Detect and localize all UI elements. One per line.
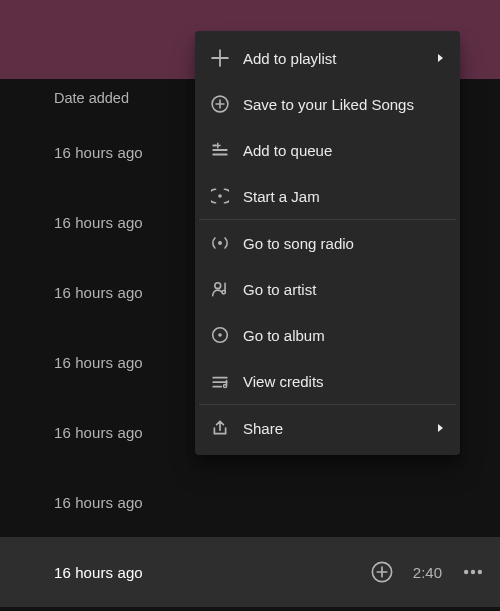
track-date-added: 16 hours ago: [54, 284, 143, 301]
artist-icon: [211, 280, 229, 298]
svg-point-6: [218, 241, 222, 245]
track-date-added: 16 hours ago: [54, 564, 143, 581]
menu-item[interactable]: Save to your Liked Songs: [199, 81, 456, 127]
menu-item[interactable]: View credits: [199, 358, 456, 404]
menu-item[interactable]: Add to queue: [199, 127, 456, 173]
menu-item[interactable]: Go to artist: [199, 266, 456, 312]
menu-item-label: Share: [243, 420, 420, 437]
track-date-added: 16 hours ago: [54, 424, 143, 441]
menu-item-label: Save to your Liked Songs: [243, 96, 446, 113]
menu-item[interactable]: Go to song radio: [199, 220, 456, 266]
track-row-actions: 2:40: [369, 537, 486, 607]
radio-icon: [211, 234, 229, 252]
share-icon: [211, 419, 229, 437]
menu-item-label: Add to playlist: [243, 50, 420, 67]
svg-point-8: [222, 290, 225, 293]
menu-item-label: Add to queue: [243, 142, 446, 159]
svg-point-10: [218, 333, 222, 337]
track-row[interactable]: 16 hours ago2:40: [0, 537, 500, 607]
track-row[interactable]: 16 hours ago: [0, 467, 500, 537]
track-date-added: 16 hours ago: [54, 354, 143, 371]
save-liked-icon: [211, 95, 229, 113]
svg-point-5: [218, 194, 222, 198]
menu-item-label: Start a Jam: [243, 188, 446, 205]
queue-icon: [211, 141, 229, 159]
track-date-added: 16 hours ago: [54, 494, 143, 511]
album-icon: [211, 326, 229, 344]
menu-item[interactable]: Add to playlist: [199, 35, 456, 81]
credits-icon: [211, 372, 229, 390]
menu-item-label: View credits: [243, 373, 446, 390]
chevron-right-icon: [434, 52, 446, 64]
plus-icon: [211, 49, 229, 67]
column-header-date-added: Date added: [54, 90, 129, 106]
context-menu[interactable]: Add to playlistSave to your Liked SongsA…: [195, 31, 460, 455]
menu-item[interactable]: Start a Jam: [199, 173, 456, 219]
svg-point-3: [478, 570, 482, 574]
menu-item-label: Go to song radio: [243, 235, 446, 252]
chevron-right-icon: [434, 422, 446, 434]
svg-point-7: [215, 283, 221, 289]
menu-item-label: Go to album: [243, 327, 446, 344]
jam-icon: [211, 187, 229, 205]
more-options-button[interactable]: [460, 559, 486, 585]
track-date-added: 16 hours ago: [54, 144, 143, 161]
track-duration: 2:40: [413, 564, 442, 581]
app-root: Date added 16 hours ago16 hours ago16 ho…: [0, 0, 500, 611]
menu-item-label: Go to artist: [243, 281, 446, 298]
menu-item[interactable]: Share: [199, 405, 456, 451]
svg-point-2: [471, 570, 475, 574]
menu-item[interactable]: Go to album: [199, 312, 456, 358]
svg-point-1: [464, 570, 468, 574]
add-to-liked-button[interactable]: [369, 559, 395, 585]
track-date-added: 16 hours ago: [54, 214, 143, 231]
